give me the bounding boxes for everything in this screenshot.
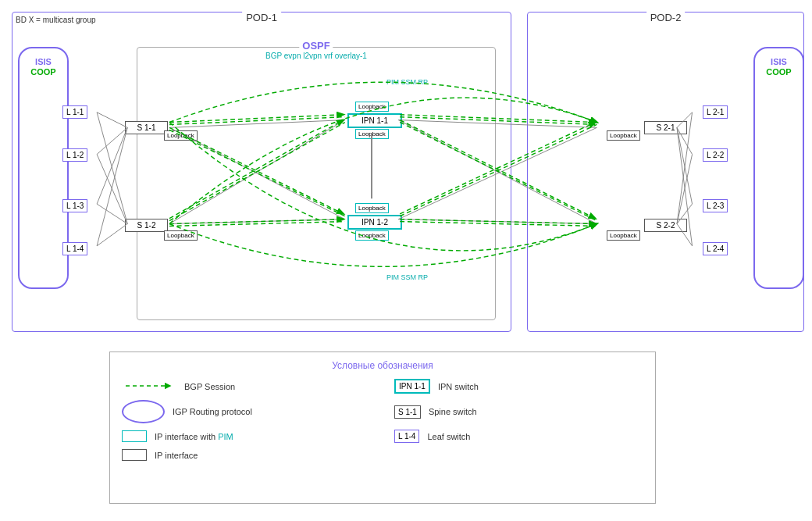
legend-ip-text: IP interface [155, 451, 198, 460]
switch-s12: S 1-2 [125, 219, 168, 232]
loopback-ipn12-bottom: Loopback [355, 230, 389, 241]
coop-label-left: COOP [30, 67, 55, 77]
loopback-ipn11-top: Loopback [355, 102, 389, 112]
isis-coop-right: ISIS COOP [753, 47, 804, 289]
legend-spine-switch: S 1-1 Spine switch [394, 400, 643, 423]
leaf-l14: L 1-4 [62, 242, 87, 255]
ipn-switch-icon: IPN 1-1 [394, 379, 430, 394]
loopback-s11: Loopback [164, 130, 198, 141]
switch-s22: S 2-2 [644, 219, 687, 232]
ospf-box: OSPF BGP evpn l2vpn vrf overlay-1 [137, 47, 496, 320]
loopback-s21: Loopback [607, 130, 640, 141]
leaf-l21: L 2-1 [703, 105, 728, 119]
isis-label-left: ISIS [35, 56, 52, 67]
leaf-l12: L 1-2 [62, 148, 87, 162]
switch-s11: S 1-1 [125, 121, 168, 134]
loopback-s12: Loopback [164, 230, 198, 241]
pod1-label: POD-1 [242, 12, 281, 23]
switch-ipn11: IPN 1-1 [347, 113, 402, 128]
spine-switch-icon: S 1-1 [394, 405, 421, 419]
legend-igp: IGP Routing protocol [122, 400, 371, 423]
legend-ipn-text: IPN switch [438, 382, 479, 391]
legend-grid: BGP Session IPN 1-1 IPN switch IGP Routi… [122, 379, 643, 461]
loopback-ipn12-top: Loopback [355, 203, 389, 213]
bgp-session-icon [122, 380, 176, 394]
pim-ssm-rp-bottom: PIM SSM RP [386, 273, 428, 281]
leaf-l13: L 1-3 [62, 199, 87, 212]
legend-bgp-session: BGP Session [122, 379, 371, 394]
bgp-evpn-label: BGP evpn l2vpn vrf overlay-1 [265, 52, 367, 60]
legend-ip-interface: IP interface [122, 449, 371, 461]
diagram-container: POD-1 POD-2 BD X = multicast group ISIS … [4, 4, 808, 344]
legend-ip-pim: IP interface with PIM [122, 430, 371, 443]
switch-ipn12: IPN 1-2 [347, 215, 402, 230]
legend-box: Условные обозначения BGP Session [109, 351, 656, 504]
legend-igp-text: IGP Routing protocol [173, 407, 252, 416]
ospf-label: OSPF [299, 40, 333, 52]
pod2-label: POD-2 [646, 12, 686, 23]
leaf-l24: L 2-4 [703, 242, 728, 255]
isis-coop-left: ISIS COOP [18, 47, 69, 289]
legend-ipn-switch: IPN 1-1 IPN switch [394, 379, 643, 394]
ip-pim-icon [122, 430, 147, 442]
bd-label: BD X = multicast group [16, 16, 96, 24]
leaf-l11: L 1-1 [62, 105, 87, 119]
coop-label-right: COOP [766, 67, 791, 77]
leaf-l23: L 2-3 [703, 199, 728, 212]
leaf-switch-icon: L 1-4 [394, 430, 419, 443]
ip-interface-icon [122, 449, 147, 461]
loopback-ipn11-bottom: Loopback [355, 129, 389, 139]
legend-leaf-switch: L 1-4 Leaf switch [394, 430, 643, 443]
legend-bgp-text: BGP Session [184, 382, 235, 391]
isis-label-right: ISIS [771, 56, 787, 67]
pim-ssm-rp-top: PIM SSM RP [386, 78, 428, 86]
leaf-l22: L 2-2 [703, 148, 728, 162]
legend-ip-pim-text: IP interface with PIM [155, 432, 233, 441]
loopback-s22: Loopback [607, 230, 640, 241]
legend-leaf-text: Leaf switch [427, 432, 470, 441]
legend-title: Условные обозначения [122, 360, 643, 371]
legend-spine-text: Spine switch [429, 407, 477, 416]
igp-icon [122, 400, 165, 423]
switch-s21: S 2-1 [644, 121, 687, 134]
